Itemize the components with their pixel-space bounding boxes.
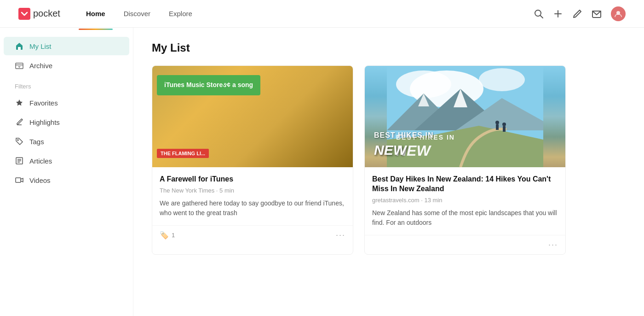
nav-explore[interactable]: Explore <box>161 6 200 21</box>
videos-icon <box>15 176 24 185</box>
svg-line-2 <box>540 15 543 18</box>
card-body-2: Best Day Hikes In New Zealand: 14 Hikes … <box>365 167 565 235</box>
svg-point-30 <box>502 123 506 126</box>
cards-grid: A Farewell for iTunes The New York Times… <box>152 65 566 255</box>
more-button-2[interactable]: ··· <box>548 240 558 250</box>
card-footer-1: 🏷️ 1 ··· <box>152 225 353 245</box>
svg-rect-7 <box>18 47 21 50</box>
archive-icon <box>15 61 24 70</box>
card-new-zealand[interactable]: BEST HIKES IN NEW Best Day Hikes In New … <box>364 65 566 255</box>
svg-rect-0 <box>18 8 30 20</box>
card-dot-1: · <box>216 187 219 194</box>
card-image-2: BEST HIKES IN NEW <box>365 66 565 167</box>
sidebar-item-highlights[interactable]: Highlights <box>4 113 129 131</box>
sidebar-videos-label: Videos <box>29 176 51 184</box>
sidebar: My List Archive Filters Favorites <box>0 28 133 316</box>
tag-icon <box>15 137 24 146</box>
svg-text:NEW: NEW <box>396 142 431 159</box>
card-title-2: Best Day Hikes In New Zealand: 14 Hikes … <box>372 175 558 194</box>
more-button-1[interactable]: ··· <box>336 230 345 240</box>
svg-text:BEST HIKES IN: BEST HIKES IN <box>396 134 455 141</box>
edit-icon[interactable] <box>572 9 582 19</box>
layout: My List Archive Filters Favorites <box>0 28 644 316</box>
header-left: pocket Home Discover Explore <box>18 6 200 21</box>
svg-point-12 <box>17 140 18 140</box>
card-meta-2: gretastravels.com · 13 min <box>372 197 558 204</box>
sidebar-articles-label: Articles <box>29 157 52 165</box>
main-nav: Home Discover Explore <box>79 6 200 21</box>
sidebar-item-archive[interactable]: Archive <box>4 56 129 75</box>
svg-rect-8 <box>16 63 23 69</box>
mail-icon[interactable] <box>592 9 602 19</box>
sidebar-highlights-label: Highlights <box>29 118 60 126</box>
svg-point-28 <box>495 121 499 124</box>
sidebar-item-articles[interactable]: Articles <box>4 152 129 170</box>
card-image-2-svg: BEST HIKES IN NEW <box>365 66 565 167</box>
avatar[interactable] <box>611 6 626 21</box>
sidebar-item-tags[interactable]: Tags <box>4 132 129 151</box>
highlights-icon <box>15 117 24 127</box>
sidebar-archive-label: Archive <box>29 62 52 70</box>
add-icon[interactable] <box>553 9 563 19</box>
card-source-2: gretastravels.com <box>372 197 420 204</box>
sidebar-item-favorites[interactable]: Favorites <box>4 94 129 112</box>
home-icon <box>15 41 24 51</box>
card-time-2: 13 min <box>424 197 442 204</box>
card-image-1 <box>152 66 353 167</box>
tag-emoji-1: 🏷️ <box>160 231 169 240</box>
search-icon[interactable] <box>534 9 544 19</box>
sidebar-item-videos[interactable]: Videos <box>4 171 129 189</box>
card-time-1: 5 min <box>219 187 234 194</box>
logo-text: pocket <box>33 8 60 19</box>
header: pocket Home Discover Explore <box>0 0 644 28</box>
sidebar-my-list-label: My List <box>29 42 52 50</box>
card-farewell-itunes[interactable]: A Farewell for iTunes The New York Times… <box>152 65 353 255</box>
pocket-logo-icon <box>18 8 30 20</box>
svg-marker-10 <box>16 99 23 106</box>
svg-rect-31 <box>503 126 506 132</box>
articles-icon <box>15 156 24 165</box>
card-source-1: The New York Times <box>160 187 214 194</box>
card-meta-1: The New York Times · 5 min <box>160 187 345 194</box>
sidebar-item-my-list[interactable]: My List <box>4 37 129 55</box>
card-footer-2: ··· <box>365 235 565 254</box>
page-title: My List <box>152 41 626 54</box>
card-tags-1: 🏷️ 1 <box>160 231 175 240</box>
card-title-1: A Farewell for iTunes <box>160 175 345 184</box>
svg-rect-29 <box>496 124 499 130</box>
header-right <box>534 6 626 21</box>
nav-discover[interactable]: Discover <box>116 6 158 21</box>
sidebar-tags-label: Tags <box>29 138 44 146</box>
svg-rect-17 <box>16 178 21 182</box>
card-body-1: A Farewell for iTunes The New York Times… <box>152 167 353 225</box>
tag-count-1: 1 <box>172 232 175 239</box>
logo[interactable]: pocket <box>18 8 60 20</box>
card-excerpt-1: We are gathered here today to say goodby… <box>160 199 345 218</box>
sidebar-favorites-label: Favorites <box>29 99 58 107</box>
svg-point-21 <box>479 68 525 91</box>
filters-label: Filters <box>4 76 129 94</box>
card-excerpt-2: New Zealand has some of the most epic la… <box>372 208 558 228</box>
nav-home[interactable]: Home <box>79 6 113 21</box>
main-content: My List A Farewell for iTunes The New Yo… <box>133 28 644 316</box>
star-icon <box>15 98 24 107</box>
